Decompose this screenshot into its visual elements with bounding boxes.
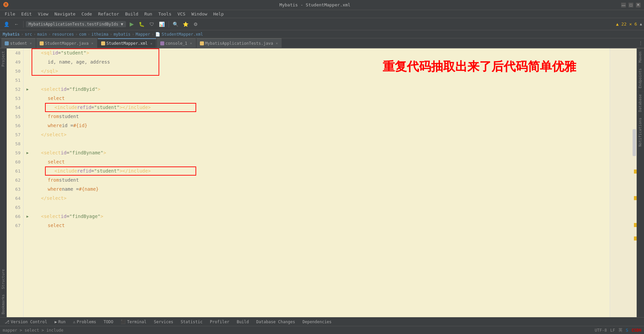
menu-navigate[interactable]: Navigate xyxy=(52,11,78,17)
database-panel-label[interactable]: Database xyxy=(637,91,644,115)
menu-vcs[interactable]: VCS xyxy=(175,11,188,17)
tab-studentmapper-java-close[interactable]: ✕ xyxy=(91,41,93,45)
tab-studentmapper-xml-close[interactable]: ✕ xyxy=(151,42,153,45)
code-line-48[interactable]: <sql id="student"> xyxy=(32,48,610,58)
project-panel-label[interactable]: Project xyxy=(0,48,6,69)
maven-panel-label[interactable]: Maven xyxy=(637,48,644,65)
bottom-tab-terminal[interactable]: ⬛ Terminal xyxy=(117,319,150,325)
profile-button[interactable]: 📊 xyxy=(158,20,166,29)
gutter-63 xyxy=(24,185,32,194)
code-line-67[interactable]: select xyxy=(32,221,610,230)
bottom-tab-todo[interactable]: TODO xyxy=(100,319,117,325)
maximize-button[interactable]: □ xyxy=(629,3,633,7)
terminal-icon: ⬛ xyxy=(121,320,126,324)
gutter-67 xyxy=(24,221,32,230)
breadcrumb-main[interactable]: main xyxy=(37,32,47,37)
code-line-56[interactable]: where id = #{id} xyxy=(32,121,610,130)
tab-studentmapper-xml[interactable]: StudentMapper.xml ✕ xyxy=(98,38,156,48)
bottom-tab-profiler[interactable]: Profiler xyxy=(207,319,233,325)
code-line-62[interactable]: from student xyxy=(32,176,610,185)
menu-edit[interactable]: Edit xyxy=(18,11,34,17)
tab-console1[interactable]: console_1 ✕ xyxy=(157,38,196,48)
editor-area: 48 49 50 51 52 53 54 55 56 57 58 59 60 6… xyxy=(7,48,637,317)
code-line-59[interactable]: <select id="findByname"> xyxy=(32,148,610,157)
breadcrumb-file[interactable]: StudentMapper.xml xyxy=(162,32,203,37)
bottom-tab-version-control[interactable]: ⎇ Version Control xyxy=(1,319,50,325)
run-button[interactable]: ▶ xyxy=(127,20,136,29)
tab-mybatis-tests-close[interactable]: ✕ xyxy=(276,41,278,45)
menu-code[interactable]: Code xyxy=(79,11,95,17)
scroll-marker-warning-3 xyxy=(634,223,637,227)
structure-label[interactable]: Structure xyxy=(0,266,6,292)
tabs-bar: student ✕ StudentMapper.java ✕ StudentMa… xyxy=(0,38,644,48)
bottom-tab-run[interactable]: ▶ Run xyxy=(51,319,69,325)
title-bar-controls[interactable]: — □ ✕ xyxy=(621,3,641,7)
bottom-tab-problems[interactable]: ⚠ Problems xyxy=(70,319,99,325)
breadcrumb-mybatis[interactable]: Mybatis xyxy=(3,32,20,37)
tab-studentmapper-java-label: StudentMapper.java xyxy=(45,41,89,46)
breadcrumb-itheima[interactable]: itheima xyxy=(91,32,109,37)
gutter-52[interactable]: ▶ xyxy=(24,85,32,94)
tab-studentmapper-java[interactable]: StudentMapper.java ✕ xyxy=(36,38,97,48)
code-line-52[interactable]: <select id="findByid"> xyxy=(32,85,610,94)
gutter-60 xyxy=(24,157,32,166)
tab-student-icon xyxy=(5,41,9,45)
code-line-60[interactable]: select xyxy=(32,157,610,166)
coverage-button[interactable]: 🛡 xyxy=(147,20,156,29)
code-line-50[interactable]: </sql> xyxy=(32,67,610,76)
menu-file[interactable]: File xyxy=(2,11,18,17)
code-line-57[interactable]: </select> xyxy=(32,130,610,139)
gutter-57 xyxy=(24,130,32,139)
debug-button[interactable]: 🐛 xyxy=(137,20,146,29)
code-line-49[interactable]: id, name, age, address xyxy=(32,58,610,67)
code-line-64[interactable]: </select> xyxy=(32,194,610,203)
minimize-button[interactable]: — xyxy=(621,3,626,7)
tab-mybatis-tests[interactable]: MybatisApplicationTests.java ✕ xyxy=(197,38,282,48)
bottom-tab-db-changes[interactable]: Database Changes xyxy=(253,319,299,325)
bottom-tab-services[interactable]: Services xyxy=(151,319,177,325)
breadcrumb-mybatis-pkg[interactable]: mybatis xyxy=(114,32,131,37)
menu-tools[interactable]: Tools xyxy=(156,11,174,17)
gutter-50 xyxy=(24,67,32,76)
bottom-tab-dependencies[interactable]: Dependencies xyxy=(299,319,335,325)
gutter-59[interactable]: ▶ xyxy=(24,148,32,157)
more-tabs-icon[interactable]: ⋮ xyxy=(639,41,643,45)
search-button[interactable]: 🔍 xyxy=(171,20,180,29)
tab-studentmapper-xml-label: StudentMapper.xml xyxy=(106,41,148,46)
code-line-63[interactable]: where name = #{name} xyxy=(32,185,610,194)
breadcrumb-resources[interactable]: resources xyxy=(52,32,74,37)
git-icon[interactable]: 👤 xyxy=(2,20,11,29)
menu-refactor[interactable]: Refactor xyxy=(95,11,122,17)
status-sogou-icon: S xyxy=(626,328,628,333)
endpoints-panel-label[interactable]: Endpoints xyxy=(637,65,644,91)
bookmark-button[interactable]: ⭐ xyxy=(181,20,190,29)
run-config-selector[interactable]: MybatisApplicationTests.testFindByIds ▼ xyxy=(26,21,126,27)
code-line-54[interactable]: <include refid="student"></include> xyxy=(32,103,610,112)
gutter-66[interactable]: ▶ xyxy=(24,212,32,221)
menu-build[interactable]: Build xyxy=(123,11,141,17)
expand-icon[interactable]: ▲ xyxy=(640,22,642,26)
menu-view[interactable]: View xyxy=(35,11,51,17)
tab-student[interactable]: student ✕ xyxy=(1,38,36,48)
bottom-tab-build[interactable]: Build xyxy=(233,319,252,325)
menu-window[interactable]: Window xyxy=(189,11,210,17)
back-icon[interactable]: ← xyxy=(12,20,21,29)
code-line-66[interactable]: <select id="findByage"> xyxy=(32,212,610,221)
code-line-61[interactable]: <include refid="student"></include> xyxy=(32,166,610,176)
code-line-55[interactable]: from student xyxy=(32,112,610,121)
breadcrumb-com[interactable]: com xyxy=(79,32,86,37)
title-bar: 🅜 Mybatis - StudentMapper.xml — □ ✕ xyxy=(0,0,644,10)
tab-studentmapper-xml-icon xyxy=(101,41,105,45)
menu-run[interactable]: Run xyxy=(142,11,155,17)
settings-button[interactable]: ⚙ xyxy=(191,20,200,29)
menu-help[interactable]: Help xyxy=(211,11,226,17)
notifications-panel-label[interactable]: Notifications xyxy=(637,115,644,149)
code-line-53[interactable]: select xyxy=(32,94,610,103)
tab-student-close[interactable]: ✕ xyxy=(30,41,32,45)
close-button[interactable]: ✕ xyxy=(636,3,641,7)
bookmarks-label[interactable]: Bookmarks xyxy=(0,292,6,317)
breadcrumb-mapper[interactable]: Mapper xyxy=(136,32,150,37)
breadcrumb-src[interactable]: src xyxy=(25,32,32,37)
tab-console1-close[interactable]: ✕ xyxy=(190,41,192,45)
bottom-tab-statistic[interactable]: Statistic xyxy=(177,319,206,325)
